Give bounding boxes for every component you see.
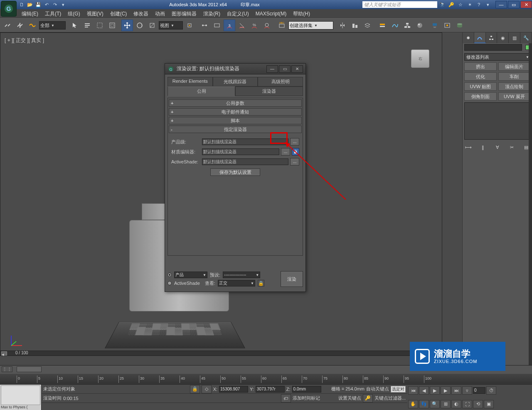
time-config-icon[interactable]: ⋮⋮ — [2, 366, 12, 372]
autokey-button[interactable]: 选定对 — [391, 386, 406, 393]
activeshade-radio[interactable] — [167, 281, 172, 285]
star-icon[interactable]: ☆ — [457, 1, 464, 8]
maximize-button[interactable]: ▭ — [508, 1, 520, 8]
time-ruler[interactable]: 0510152025303540455055606570758085909510… — [0, 374, 532, 384]
zoom-extents-icon[interactable]: ⛶ — [462, 400, 472, 408]
menu-help[interactable]: 帮助(H) — [290, 9, 313, 18]
zoom-all-icon[interactable]: ⊞ — [441, 400, 451, 408]
render-button[interactable]: 渲染 — [281, 271, 303, 287]
zoom-icon[interactable]: 🔍 — [430, 400, 440, 408]
modifier-extrude-button[interactable]: 挤出 — [464, 62, 497, 71]
coord-y-field[interactable]: 3073.797r — [256, 386, 285, 393]
new-icon[interactable]: 🗋 — [18, 1, 25, 8]
motion-tab-icon[interactable]: ◉ — [497, 32, 509, 43]
lock-selection-icon[interactable]: 🔒 — [190, 385, 200, 393]
tab-render-elements[interactable]: Render Elements — [167, 77, 213, 86]
modifier-list-combo[interactable]: 修改器列表▼ — [464, 53, 530, 61]
choose-activeshade-renderer-button[interactable]: ... — [290, 158, 299, 165]
key-mode-icon[interactable]: ▿ — [462, 386, 472, 395]
show-end-result-icon[interactable]: ‖ — [479, 143, 487, 151]
prev-frame-icon[interactable]: ◀ — [419, 386, 429, 395]
menu-edit[interactable]: 编辑(E) — [18, 9, 42, 18]
current-frame-field[interactable]: 0 — [473, 387, 485, 394]
max-viewport-icon[interactable]: ▣ — [484, 400, 494, 408]
binoculars-icon[interactable]: 🔭 — [439, 1, 446, 8]
help-icon[interactable]: ? — [475, 1, 482, 8]
window-crossing-icon[interactable] — [106, 20, 118, 31]
mirror-icon[interactable] — [337, 20, 348, 31]
dialog-close-button[interactable]: ✕ — [291, 65, 303, 73]
fov-icon[interactable]: ◐ — [451, 400, 461, 408]
tab-raytracer[interactable]: 光线跟踪器 — [213, 77, 258, 86]
modifier-vertexpaint-button[interactable]: 顶点绘制 — [498, 82, 531, 91]
layers-icon[interactable] — [362, 20, 373, 31]
select-region-icon[interactable] — [94, 20, 106, 31]
view-combo[interactable]: 正交▼ — [218, 280, 255, 287]
command-panel-scrollbar[interactable] — [529, 43, 532, 365]
close-button[interactable]: ✕ — [520, 1, 532, 8]
pin-stack-icon[interactable]: ⟼ — [464, 143, 473, 151]
walk-icon[interactable]: 👣 — [419, 400, 429, 408]
spinner-snap-icon[interactable] — [261, 20, 273, 31]
key-icon[interactable]: 🔑 — [448, 1, 455, 8]
menu-tools[interactable]: 工具(T) — [42, 9, 64, 18]
menu-rendering[interactable]: 渲染(R) — [200, 9, 224, 18]
lock-view-icon[interactable]: 🔒 — [258, 280, 264, 287]
ref-coord-combo[interactable]: 视图▼ — [159, 21, 183, 30]
save-icon[interactable]: 💾 — [35, 1, 42, 8]
make-unique-icon[interactable]: ∀ — [493, 143, 502, 151]
choose-production-renderer-button[interactable]: ... — [290, 138, 299, 146]
orbit-icon[interactable]: ⟲ — [473, 400, 483, 408]
time-config-button[interactable]: ⏱ — [486, 386, 496, 395]
rollout-common-params[interactable]: +公用参数 — [169, 99, 302, 107]
pivot-center-icon[interactable] — [184, 20, 195, 31]
dialog-maximize-button[interactable]: ▭ — [279, 65, 291, 73]
scroll-left-button[interactable]: ◂ — [1, 351, 7, 356]
angle-snap-icon[interactable] — [236, 20, 248, 31]
key-filters-button[interactable]: 关键点过滤器... — [374, 395, 406, 401]
selection-filter-combo[interactable]: 全部▼ — [39, 21, 66, 30]
move-icon[interactable] — [121, 20, 133, 31]
product-combo[interactable]: 产品▼ — [174, 272, 207, 278]
pan-icon[interactable]: ✋ — [408, 400, 418, 408]
rotate-icon[interactable] — [134, 20, 145, 31]
menu-customize[interactable]: 自定义(U) — [224, 9, 252, 18]
utilities-tab-icon[interactable]: 🔧 — [520, 32, 532, 43]
redo-icon[interactable]: ↷ — [52, 1, 58, 8]
dialog-titlebar[interactable]: G 渲染设置: 默认扫描线渲染器 — ▭ ✕ — [165, 64, 305, 74]
modifier-editpatch-button[interactable]: 编辑面片 — [498, 62, 531, 71]
select-object-icon[interactable] — [69, 20, 81, 31]
choose-material-renderer-button[interactable]: ... — [281, 148, 290, 156]
dialog-minimize-button[interactable]: — — [266, 65, 278, 73]
goto-start-icon[interactable]: ⏮ — [408, 386, 418, 395]
select-by-name-icon[interactable] — [81, 20, 93, 31]
menu-views[interactable]: 视图(V) — [84, 9, 107, 18]
viewport-hscroll[interactable]: ◂ 0 / 100 ▸ — [0, 351, 442, 356]
app-menu-icon[interactable]: G — [1, 1, 17, 17]
create-tab-icon[interactable]: ✹ — [463, 32, 474, 43]
coord-z-field[interactable]: 0.0mm — [292, 386, 321, 393]
open-icon[interactable]: 📂 — [27, 1, 33, 8]
modifier-stack[interactable] — [464, 102, 530, 140]
hierarchy-tab-icon[interactable] — [486, 32, 498, 43]
unlink-icon[interactable] — [14, 20, 26, 31]
play-icon[interactable]: ▶ — [430, 386, 440, 395]
script-listener[interactable]: Max to Physes ( — [0, 385, 42, 410]
undo-icon[interactable]: ↶ — [43, 1, 50, 8]
exchange-icon[interactable]: ✶ — [466, 1, 473, 8]
scale-icon[interactable] — [146, 20, 158, 31]
tab-renderer[interactable]: 渲染器 — [235, 86, 303, 96]
modifier-bevelprofile-button[interactable]: 倒角剖面 — [464, 92, 497, 101]
render-frame-icon[interactable] — [441, 20, 453, 31]
named-selection-combo[interactable]: 创建选择集▼ — [288, 21, 333, 30]
save-default-button[interactable]: 保存为默认设置 — [210, 168, 260, 176]
viewport-label[interactable]: [ + ][ 正交 ][ 真实 ] — [5, 37, 44, 44]
remove-modifier-icon[interactable]: ✂ — [507, 143, 516, 151]
modifier-optimize-button[interactable]: 优化 — [464, 72, 497, 81]
coord-x-field[interactable]: 15308.907 — [219, 386, 248, 393]
link-icon[interactable] — [2, 20, 13, 31]
material-editor-icon[interactable] — [414, 20, 426, 31]
object-name-input[interactable] — [464, 44, 522, 51]
edit-named-sel-icon[interactable]: ABC — [276, 20, 288, 31]
goto-end-icon[interactable]: ⏭ — [451, 386, 461, 395]
